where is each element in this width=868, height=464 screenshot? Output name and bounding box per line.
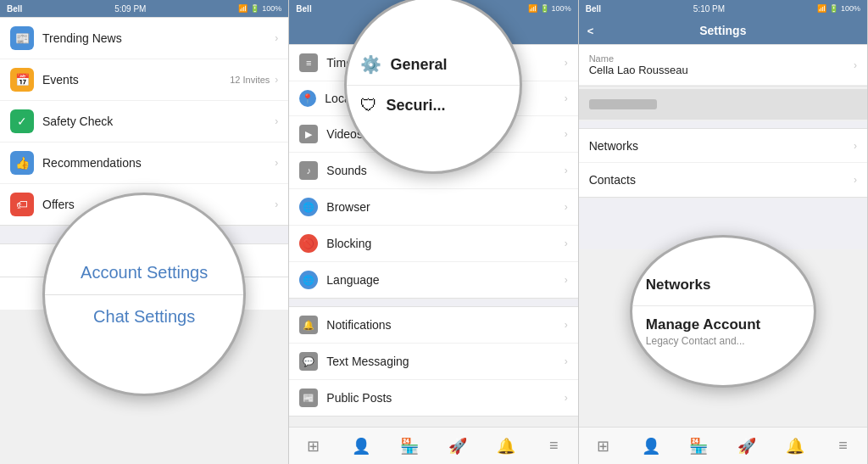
- account-settings-option[interactable]: Account Settings: [45, 251, 243, 295]
- blurred-row: [579, 89, 867, 120]
- panel1-overlay-circle: Account Settings Chat Settings: [42, 193, 246, 396]
- networks-circle-item[interactable]: Networks: [632, 266, 814, 306]
- networks-section: Networks › Contacts ›: [579, 128, 867, 198]
- events-badge: 12 Invites: [230, 75, 270, 85]
- notifications-label: Notifications: [326, 318, 564, 332]
- security-label: Securi...: [386, 97, 445, 115]
- list-item-text-messaging[interactable]: 💬 Text Messaging ›: [289, 344, 577, 380]
- name-row[interactable]: Name Cella Lao Rousseau ›: [579, 45, 867, 86]
- videos-icon: ▶: [299, 125, 318, 143]
- chevron-offers: ›: [275, 198, 278, 210]
- tab-store[interactable]: 🏪: [386, 428, 434, 464]
- networks-circle-title: Networks: [646, 277, 800, 293]
- list-item-recommendations[interactable]: 👍 Recommendations ›: [0, 143, 288, 184]
- notifications-icon: 🔔: [299, 316, 318, 334]
- list-item-events[interactable]: 📅 Events 12 Invites ›: [0, 59, 288, 101]
- general-gear-icon: ⚙️: [360, 54, 381, 75]
- list-item-contacts[interactable]: Contacts ›: [579, 163, 867, 197]
- language-label: Language: [326, 273, 564, 287]
- general-label: General: [390, 56, 447, 74]
- panel2-overlay-circle: ⚙️ General 🛡 Securi...: [344, 0, 522, 174]
- tab-friends-r[interactable]: 👤: [626, 428, 675, 464]
- safety-check-label: Safety Check: [42, 115, 275, 128]
- battery-right: 📶🔋100%: [817, 4, 860, 13]
- name-label: Name: [589, 53, 688, 64]
- browser-label: Browser: [326, 200, 564, 214]
- security-circle-item[interactable]: 🛡 Securi...: [347, 86, 520, 126]
- recommendations-label: Recommendations: [42, 156, 275, 170]
- status-bar-left: Bell 5:09 PM 📶🔋100%: [0, 0, 288, 17]
- text-messaging-label: Text Messaging: [326, 355, 564, 368]
- carrier-right: Bell: [586, 4, 601, 14]
- list-item-public-posts[interactable]: 📰 Public Posts ›: [289, 380, 577, 416]
- tab-store-r[interactable]: 🏪: [675, 428, 723, 464]
- offers-icon: 🏷: [10, 193, 34, 216]
- name-value: Cella Lao Rousseau: [589, 64, 688, 76]
- tab-bell-r[interactable]: 🔔: [771, 428, 820, 464]
- trending-news-label: Trending News: [42, 31, 275, 45]
- list-item-trending-news[interactable]: 📰 Trending News ›: [0, 18, 288, 59]
- manage-account-circle-item[interactable]: Manage Account Legacy Contact and...: [632, 306, 814, 357]
- language-icon: 🌐: [299, 271, 318, 289]
- public-posts-icon: 📰: [299, 389, 318, 407]
- tab-menu[interactable]: ≡: [530, 428, 578, 464]
- location-icon: 📍: [299, 90, 316, 107]
- contacts-label: Contacts: [589, 173, 854, 187]
- time-left: 5:09 PM: [114, 4, 146, 14]
- name-section: Name Cella Lao Rousseau ›: [579, 44, 867, 87]
- carrier-middle: Bell: [296, 4, 311, 14]
- sounds-icon: ♪: [299, 161, 318, 180]
- events-label: Events: [42, 73, 230, 87]
- back-button[interactable]: <: [587, 25, 594, 37]
- panel-left: Bell 5:09 PM 📶🔋100% 📰 Trending News › 📅 …: [0, 0, 289, 464]
- panel-right: Bell 5:10 PM 📶🔋100% < Settings Name Cell…: [579, 0, 868, 464]
- navbar-right: < Settings: [579, 17, 867, 44]
- blocking-icon: 🚫: [299, 234, 318, 253]
- manage-account-sub: Legacy Contact and...: [646, 335, 800, 347]
- panel3-overlay-circle: Networks Manage Account Legacy Contact a…: [630, 235, 816, 388]
- chevron-recommendations: ›: [275, 157, 278, 169]
- chevron-safety: ›: [275, 115, 278, 127]
- panel-middle: Bell 5:09 PM 📶🔋100% Settings ≡ Timeline …: [289, 0, 578, 464]
- networks-label: Networks: [589, 139, 854, 153]
- tab-rocket[interactable]: 🚀: [433, 428, 481, 464]
- tab-home[interactable]: ⊞: [289, 428, 337, 464]
- tab-friends[interactable]: 👤: [337, 428, 386, 464]
- browser-icon: 🌐: [299, 198, 318, 216]
- safety-check-icon: ✓: [10, 109, 34, 133]
- blocking-label: Blocking: [326, 237, 564, 250]
- list-item-language[interactable]: 🌐 Language ›: [289, 262, 577, 298]
- battery-middle: 📶🔋100%: [528, 4, 571, 13]
- events-icon: 📅: [10, 68, 34, 92]
- carrier-left: Bell: [7, 4, 22, 14]
- list-item-browser[interactable]: 🌐 Browser ›: [289, 189, 577, 226]
- list-item-notifications[interactable]: 🔔 Notifications ›: [289, 307, 577, 344]
- tab-menu-r[interactable]: ≡: [819, 428, 867, 464]
- time-right: 5:10 PM: [693, 4, 725, 14]
- tab-rocket-r[interactable]: 🚀: [723, 428, 771, 464]
- tab-bell[interactable]: 🔔: [481, 428, 530, 464]
- tab-bar-middle: ⊞ 👤 🏪 🚀 🔔 ≡: [289, 427, 577, 464]
- tab-bar-right: ⊞ 👤 🏪 🚀 🔔 ≡: [579, 427, 867, 464]
- chevron-events: ›: [275, 74, 278, 86]
- text-messaging-icon: 💬: [299, 352, 318, 371]
- list-item-safety-check[interactable]: ✓ Safety Check ›: [0, 101, 288, 143]
- timeline-icon: ≡: [299, 53, 318, 72]
- general-circle-item[interactable]: ⚙️ General: [347, 44, 520, 86]
- public-posts-label: Public Posts: [326, 391, 564, 405]
- list-item-blocking[interactable]: 🚫 Blocking ›: [289, 226, 577, 262]
- manage-account-title: Manage Account: [646, 316, 800, 333]
- list-item-networks[interactable]: Networks ›: [579, 129, 867, 163]
- battery-left: 📶🔋100%: [238, 4, 281, 13]
- blurred-content: [589, 99, 657, 109]
- security-shield-icon: 🛡: [360, 96, 377, 115]
- chevron-trending: ›: [275, 32, 278, 44]
- panel2-section2: 🔔 Notifications › 💬 Text Messaging › 📰 P…: [289, 306, 577, 416]
- recommendations-icon: 👍: [10, 151, 34, 175]
- chat-settings-option[interactable]: Chat Settings: [45, 295, 243, 338]
- trending-news-icon: 📰: [10, 26, 34, 50]
- tab-home-r[interactable]: ⊞: [579, 428, 627, 464]
- status-bar-right: Bell 5:10 PM 📶🔋100%: [579, 0, 867, 17]
- settings-title-right: Settings: [699, 24, 746, 37]
